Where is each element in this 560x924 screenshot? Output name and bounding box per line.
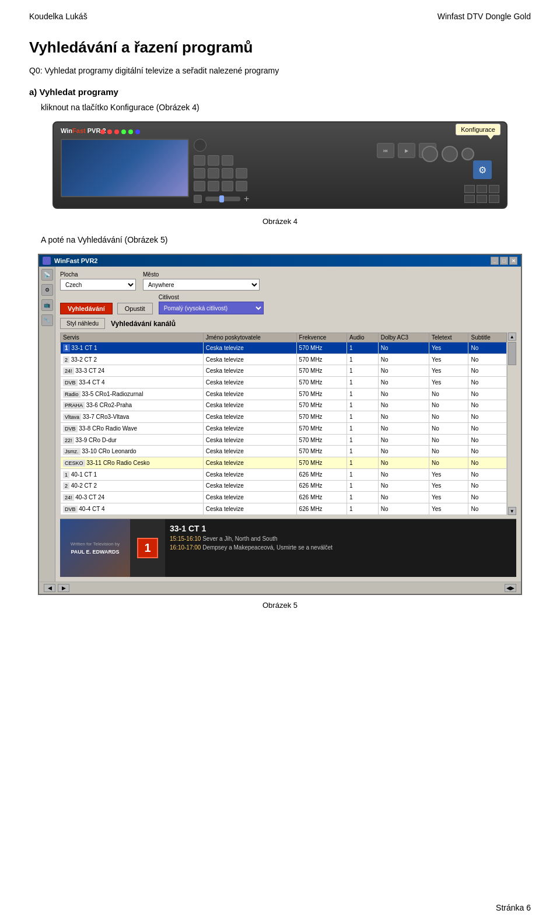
top-fields-row: Plocha Czech Město Anywhere (60, 271, 516, 290)
search-button[interactable]: Vyhledávání (60, 303, 113, 314)
cell-dolby: No (378, 446, 429, 457)
table-row[interactable]: 24! 33-3 CT 24 Ceska televize 570 MHz 1 … (61, 365, 507, 377)
cell-provider: Ceska televize (203, 446, 296, 457)
table-row[interactable]: 1 33-1 CT 1 Ceska televize 570 MHz 1 No … (61, 342, 507, 354)
sidebar-icon-settings[interactable]: ⚙ (41, 284, 53, 296)
ctrl-btn-10[interactable] (222, 181, 233, 191)
cell-teletext: Yes (429, 492, 468, 503)
grid-btn-5[interactable] (477, 195, 487, 203)
table-row[interactable]: Jsmz. 33-10 CRo Leonardo Ceska televize … (61, 446, 507, 457)
nav-right-btn[interactable]: ▶ (58, 584, 69, 592)
col-teletext: Teletext (429, 333, 468, 342)
sidebar-icon-antenna[interactable]: 📡 (41, 269, 53, 281)
cell-servis: 2 33-2 CT 2 (61, 354, 204, 365)
konfigurace-button[interactable]: ⚙ (473, 160, 492, 179)
nav-left-btn[interactable]: ◀ (44, 584, 55, 592)
ctrl-btn-7[interactable] (236, 168, 247, 178)
ctrl-btn-6[interactable] (222, 168, 233, 178)
citlivost-label: Citlivost (159, 294, 264, 300)
preview-thumbnail: Written for Television by PAUL E. EDWARD… (60, 519, 130, 577)
table-row[interactable]: Radio 33-5 CRo1-Radiozurnal Ceska televi… (61, 388, 507, 400)
table-header-row: Servis Jméno poskytovatele Frekvence Aud… (61, 333, 507, 342)
cell-servis: CESKO 33-11 CRo Radio Cesko (61, 457, 204, 469)
cell-audio: 1 (347, 503, 379, 515)
volume-icon[interactable] (194, 195, 202, 203)
channel-tbody: 1 33-1 CT 1 Ceska televize 570 MHz 1 No … (61, 342, 507, 515)
cell-dolby: No (378, 377, 429, 388)
grid-btn-4[interactable] (464, 195, 475, 203)
maximize-btn[interactable]: □ (500, 257, 508, 265)
table-row[interactable]: Vltava 33-7 CRo3-Vltava Ceska televize 5… (61, 411, 507, 423)
ctrl-btn-9[interactable] (208, 181, 219, 191)
table-row[interactable]: DVB 33-8 CRo Radio Wave Ceska televize 5… (61, 423, 507, 435)
sidebar-icon-wrench[interactable]: 🔧 (41, 314, 53, 326)
preview-area: Written for Television by PAUL E. EDWARD… (60, 519, 516, 577)
knob1[interactable] (422, 146, 438, 162)
ctrl-btn-11[interactable] (236, 181, 247, 191)
grid-btn-3[interactable] (489, 185, 499, 193)
skip-prev-btn[interactable]: ⏮ (377, 143, 394, 158)
knob2[interactable] (442, 146, 458, 162)
table-row[interactable]: 22! 33-9 CRo D-dur Ceska televize 570 MH… (61, 434, 507, 446)
cell-teletext: Yes (429, 342, 468, 354)
cell-freq: 570 MHz (296, 411, 346, 423)
table-row[interactable]: 1 40-1 CT 1 Ceska televize 626 MHz 1 No … (61, 468, 507, 480)
page-number: Stránka 6 (496, 903, 531, 912)
cell-subtitle: No (468, 457, 507, 469)
close-btn[interactable]: ✕ (509, 257, 517, 265)
minimize-btn[interactable]: _ (491, 257, 499, 265)
power-icon[interactable] (194, 139, 206, 152)
mesto-select[interactable]: Anywhere (143, 279, 260, 290)
citlivost-select[interactable]: Pomalý (vysoká citlivost) (159, 302, 264, 314)
ctrl-btn-1[interactable] (194, 155, 205, 166)
knob3[interactable] (461, 148, 474, 160)
table-row[interactable]: DVB 33-4 CT 4 Ceska televize 570 MHz 1 N… (61, 377, 507, 388)
cell-teletext: No (429, 400, 468, 411)
cancel-button[interactable]: Opustit (117, 303, 153, 314)
grid-btn-1[interactable] (464, 185, 475, 193)
channel-table: Servis Jméno poskytovatele Frekvence Aud… (60, 332, 507, 515)
cell-audio: 1 (347, 377, 379, 388)
cell-dolby: No (378, 365, 429, 377)
cell-dolby: No (378, 342, 429, 354)
cell-subtitle: No (468, 400, 507, 411)
table-row[interactable]: CESKO 33-11 CRo Radio Cesko Ceska televi… (61, 457, 507, 469)
ctrl-btn-2[interactable] (208, 155, 219, 166)
dot-red (100, 130, 105, 134)
scroll-up-btn[interactable]: ▲ (508, 332, 516, 341)
style-row: Styl náhledu Vyhledávání kanálů (60, 318, 516, 329)
scroll-thumb[interactable] (508, 342, 516, 365)
cell-freq: 570 MHz (296, 377, 346, 388)
ctrl-btn-5[interactable] (208, 168, 219, 178)
table-row[interactable]: PRAHA 33-6 CRo2-Praha Ceska televize 570… (61, 400, 507, 411)
table-row[interactable]: DVB 40-4 CT 4 Ceska televize 626 MHz 1 N… (61, 503, 507, 515)
table-row[interactable]: 24! 40-3 CT 24 Ceska televize 626 MHz 1 … (61, 492, 507, 503)
scroll-down-btn[interactable]: ▼ (508, 507, 516, 515)
search-dialog: WinFast PVR2 _ □ ✕ 📡 ⚙ 📺 🔧 Pl (38, 254, 522, 595)
cell-audio: 1 (347, 388, 379, 400)
channel-search-label: Vyhledávání kanálů (111, 320, 176, 328)
grid-buttons (464, 185, 499, 203)
controls-left: + (194, 139, 249, 204)
table-row[interactable]: 2 33-2 CT 2 Ceska televize 570 MHz 1 No … (61, 354, 507, 365)
ctrl-btn-3[interactable] (222, 155, 233, 166)
preview-channel-title: 33-1 CT 1 (170, 524, 512, 533)
sidebar-icon-tv[interactable]: 📺 (41, 299, 53, 311)
table-row[interactable]: 2 40-2 CT 2 Ceska televize 626 MHz 1 No … (61, 480, 507, 492)
cell-servis: Jsmz. 33-10 CRo Leonardo (61, 446, 204, 457)
play-btn[interactable]: ▶ (398, 143, 415, 158)
ctrl-btn-4[interactable] (194, 168, 205, 178)
cell-subtitle: No (468, 480, 507, 492)
grid-btn-2[interactable] (477, 185, 487, 193)
style-button[interactable]: Styl náhledu (60, 318, 105, 329)
nav-right2-btn[interactable]: ◀▶ (505, 584, 516, 592)
cell-provider: Ceska televize (203, 423, 296, 435)
volume-slider[interactable] (205, 197, 240, 201)
prog1-title: Sever a Jih, North and South (202, 536, 277, 542)
cell-audio: 1 (347, 468, 379, 480)
ctrl-btn-8[interactable] (194, 181, 205, 191)
plocha-select[interactable]: Czech (60, 279, 136, 290)
grid-btn-6[interactable] (489, 195, 499, 203)
cell-provider: Ceska televize (203, 377, 296, 388)
preview-thumb-text: Written for Television by (71, 541, 120, 547)
